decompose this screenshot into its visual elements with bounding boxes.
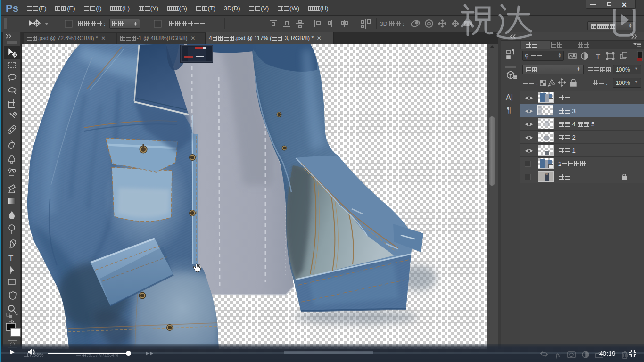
svg-text:fx.: fx. <box>556 352 562 359</box>
svg-text:¶: ¶ <box>507 106 511 115</box>
svg-text:T: T <box>8 254 13 263</box>
svg-text:A|: A| <box>506 93 513 101</box>
svg-text:T: T <box>596 52 600 60</box>
